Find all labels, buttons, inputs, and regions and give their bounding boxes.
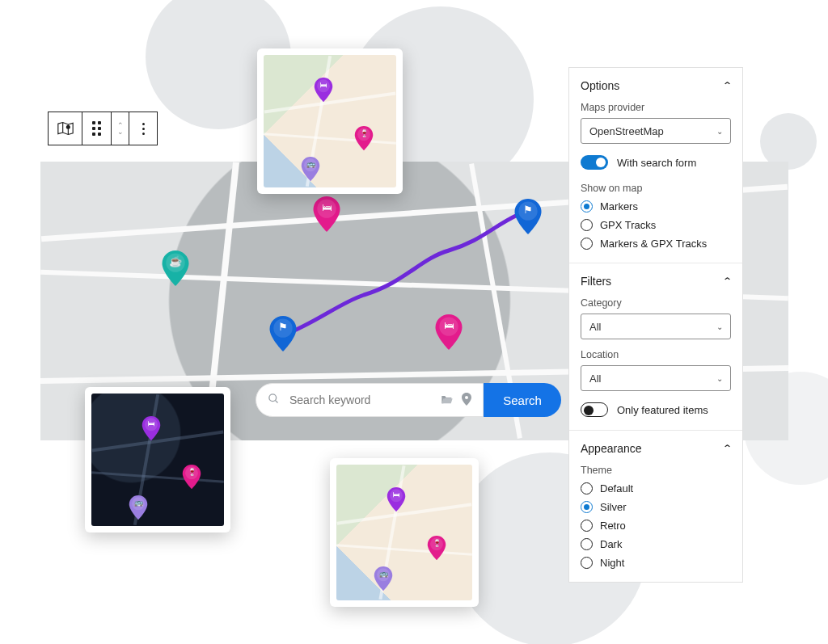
provider-label: Maps provider — [581, 102, 731, 113]
more-options-button[interactable] — [129, 112, 157, 145]
radio-icon — [581, 238, 593, 250]
appearance-panel-toggle[interactable]: Appearance ⌃ — [581, 442, 731, 455]
only-featured-toggle[interactable] — [581, 402, 608, 417]
pin-bed-1[interactable]: 🛏 — [313, 196, 340, 232]
thumb-pin: 🚌 — [129, 495, 148, 520]
pin-glyph: 🛏 — [322, 201, 332, 213]
thumb-pin: 🍷 — [354, 126, 374, 150]
pin-glyph: ⚑ — [523, 204, 533, 216]
thumb-dark[interactable]: 🛏🍷🚌 — [85, 387, 230, 532]
location-pin-icon[interactable] — [462, 393, 471, 408]
filters-panel: Filters ⌃ Category All ⌄ Location All ⌄ … — [569, 263, 742, 431]
block-inspector: Options ⌃ Maps provider OpenStreetMap ⌄ … — [568, 67, 743, 583]
with-search-toggle[interactable] — [581, 155, 608, 170]
radio-icon — [581, 219, 593, 231]
show-on-map-option[interactable]: GPX Tracks — [581, 219, 731, 231]
search-button[interactable]: Search — [484, 383, 561, 417]
thumb-pin: 🍷 — [182, 465, 201, 489]
radio-label: GPX Tracks — [600, 219, 656, 231]
category-select[interactable]: All ⌄ — [581, 314, 731, 339]
chevron-up-icon: ⌃ — [722, 276, 733, 287]
chevron-up-icon: ⌃ — [722, 80, 733, 91]
pin-coffee[interactable]: ☕ — [162, 250, 189, 286]
radio-icon — [581, 482, 593, 495]
appearance-panel-title: Appearance — [581, 442, 642, 455]
location-value: All — [589, 373, 601, 385]
chevron-down-icon: ⌄ — [716, 374, 723, 383]
drag-handle[interactable] — [82, 112, 112, 145]
location-label: Location — [581, 349, 731, 360]
options-panel: Options ⌃ Maps provider OpenStreetMap ⌄ … — [569, 68, 742, 263]
theme-option[interactable]: Retro — [581, 520, 731, 532]
search-input[interactable] — [288, 393, 433, 407]
radio-icon — [581, 501, 593, 513]
move-up-down[interactable]: ⌃⌄ — [112, 112, 129, 145]
theme-label: Theme — [581, 465, 731, 476]
pin-glyph: 🛏 — [444, 319, 454, 331]
options-panel-title: Options — [581, 79, 619, 92]
with-search-label: With search form — [617, 157, 696, 169]
show-on-map-option[interactable]: Markers — [581, 200, 731, 213]
theme-option[interactable]: Silver — [581, 501, 731, 513]
radio-icon — [581, 557, 593, 569]
thumb-pin: 🍷 — [427, 536, 446, 560]
svg-line-11 — [275, 400, 277, 402]
thumb-pin: 🛏 — [142, 416, 161, 440]
radio-label: Default — [600, 482, 633, 495]
category-value: All — [589, 321, 601, 333]
only-featured-label: Only featured items — [617, 404, 708, 416]
pin-glyph: ⚑ — [278, 321, 288, 333]
radio-icon — [581, 538, 593, 550]
show-on-map-label: Show on map — [581, 183, 731, 194]
radio-label: Silver — [600, 501, 627, 513]
thumb-osm-bottom[interactable]: 🛏🍷🚌 — [330, 458, 479, 607]
svg-point-30 — [65, 125, 70, 129]
location-select[interactable]: All ⌄ — [581, 365, 731, 391]
theme-option[interactable]: Default — [581, 482, 731, 495]
thumb-pin: 🛏 — [387, 487, 406, 511]
provider-select[interactable]: OpenStreetMap ⌄ — [581, 118, 731, 144]
thumb-pin: 🛏 — [314, 78, 333, 102]
filters-panel-toggle[interactable]: Filters ⌃ — [581, 275, 731, 288]
show-on-map-option[interactable]: Markers & GPX Tracks — [581, 238, 731, 250]
pin-bed-2[interactable]: 🛏 — [435, 314, 463, 350]
appearance-panel: Appearance ⌃ Theme DefaultSilverRetroDar… — [569, 431, 742, 582]
search-input-wrap — [256, 383, 484, 417]
radio-label: Dark — [600, 538, 622, 550]
map-search-form: Search — [256, 383, 561, 417]
chevron-down-icon: ⌄ — [716, 322, 723, 331]
radio-label: Markers — [600, 200, 638, 213]
chevron-down-icon: ⌄ — [716, 127, 723, 136]
svg-point-10 — [269, 394, 277, 402]
pin-flag-start[interactable]: ⚑ — [269, 316, 297, 351]
radio-label: Markers & GPX Tracks — [600, 238, 707, 250]
radio-label: Retro — [600, 520, 626, 532]
thumb-osm-top[interactable]: 🛏🍷🚌 — [257, 48, 403, 194]
thumb-pin: 🚌 — [301, 157, 320, 181]
thumb-pin: 🚌 — [374, 566, 393, 591]
pin-glyph: ☕ — [169, 255, 182, 267]
theme-option[interactable]: Night — [581, 557, 731, 569]
category-label: Category — [581, 297, 731, 309]
block-toolbar: ⌃⌄ — [48, 112, 158, 145]
theme-option[interactable]: Dark — [581, 538, 731, 550]
radio-icon — [581, 200, 593, 213]
pin-flag-end[interactable]: ⚑ — [514, 199, 542, 234]
block-type-icon[interactable] — [49, 112, 82, 145]
options-panel-toggle[interactable]: Options ⌃ — [581, 79, 731, 92]
chevron-up-icon: ⌃ — [722, 443, 733, 454]
radio-icon — [581, 520, 593, 532]
provider-value: OpenStreetMap — [589, 125, 664, 137]
radio-label: Night — [600, 557, 624, 569]
folder-open-icon[interactable] — [441, 394, 454, 407]
filters-panel-title: Filters — [581, 275, 611, 288]
search-icon — [268, 393, 280, 407]
